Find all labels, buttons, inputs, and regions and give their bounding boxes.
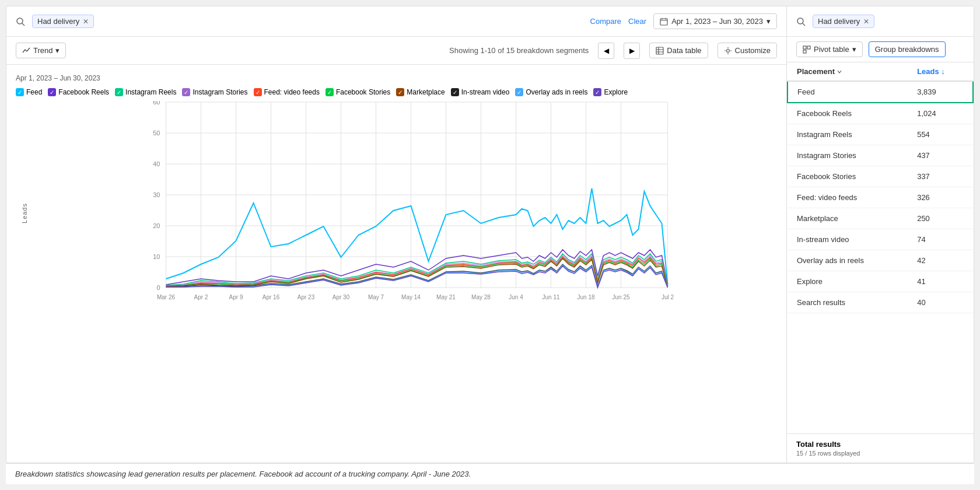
placement-sort-icon [836, 69, 842, 75]
legend-item-fb-reels[interactable]: ✓ Facebook Reels [48, 88, 109, 96]
svg-text:0: 0 [156, 284, 160, 291]
explore-legend-label: Explore [604, 88, 628, 96]
compare-button[interactable]: Compare [590, 17, 621, 26]
pivot-dropdown-icon: ▾ [852, 45, 856, 54]
fb-reels-legend-label: Facebook Reels [58, 88, 109, 96]
search-icon [16, 17, 25, 26]
svg-line-1 [22, 23, 24, 26]
table-row[interactable]: Instagram Stories 437 [788, 145, 973, 166]
svg-text:May 14: May 14 [401, 294, 421, 300]
chart-date-label: Apr 1, 2023 – Jun 30, 2023 [16, 74, 777, 82]
svg-point-59 [797, 18, 803, 24]
chart-toolbar: Trend ▾ Showing 1-10 of 15 breakdown seg… [6, 37, 786, 65]
clear-button[interactable]: Clear [628, 17, 646, 26]
legend-item-ig-reels[interactable]: ✓ Instagram Reels [115, 88, 176, 96]
trend-button[interactable]: Trend ▾ [16, 43, 66, 58]
chart-area: Apr 1, 2023 – Jun 30, 2023 ✓ Feed ✓ Face… [6, 65, 786, 463]
pivot-table-button[interactable]: Pivot table ▾ [796, 41, 863, 57]
ig-reels-legend-check: ✓ [115, 88, 123, 96]
legend-item-instream[interactable]: ✓ In-stream video [451, 88, 510, 96]
legend-item-overlay[interactable]: ✓ Overlay ads in reels [515, 88, 587, 96]
table-row[interactable]: Instagram Reels 554 [788, 124, 973, 145]
svg-rect-61 [803, 46, 806, 49]
leads-cell: 554 [908, 124, 973, 145]
legend-item-feed[interactable]: ✓ Feed [16, 88, 42, 96]
legend-item-marketplace[interactable]: ✓ Marketplace [396, 88, 444, 96]
leads-cell: 42 [908, 250, 973, 271]
table-row[interactable]: Facebook Stories 337 [788, 166, 973, 187]
placement-cell: Feed: video feeds [788, 187, 908, 208]
table-row[interactable]: Marketplace 250 [788, 208, 973, 229]
date-dropdown-icon: ▾ [766, 17, 771, 26]
svg-text:30: 30 [153, 191, 160, 198]
svg-point-10 [726, 49, 729, 52]
top-bar: Had delivery ✕ Compare Clear Apr 1, 2023… [6, 6, 786, 37]
leads-cell: 3,839 [908, 81, 973, 103]
svg-rect-6 [656, 47, 663, 54]
chart-legend: ✓ Feed ✓ Facebook Reels ✓ Instagram Reel… [16, 88, 777, 96]
right-panel: Had delivery ✕ Pivot table ▾ Group break… [787, 6, 974, 463]
prev-arrow-button[interactable]: ◀ [598, 43, 614, 59]
data-table-label: Data table [667, 46, 701, 55]
legend-item-feed-video[interactable]: ✓ Feed: video feeds [254, 88, 320, 96]
leads-column-header[interactable]: Leads ↓ [908, 62, 973, 81]
placement-table: Placement Leads ↓ [787, 62, 974, 313]
fb-reels-legend-check: ✓ [48, 88, 56, 96]
svg-text:Apr 30: Apr 30 [332, 294, 350, 300]
leads-cell: 337 [908, 166, 973, 187]
right-filter-tag-close[interactable]: ✕ [863, 18, 869, 26]
svg-text:40: 40 [153, 160, 160, 167]
legend-item-explore[interactable]: ✓ Explore [593, 88, 628, 96]
svg-text:Jun 4: Jun 4 [509, 294, 523, 300]
date-range-label: Apr 1, 2023 – Jun 30, 2023 [671, 17, 763, 26]
chart-svg: 0 10 20 30 40 50 60 Mar 26 Apr 2 Apr 9 A… [33, 101, 777, 323]
pivot-table-label: Pivot table [814, 45, 849, 54]
date-range-button[interactable]: Apr 1, 2023 – Jun 30, 2023 ▾ [653, 13, 777, 29]
next-arrow-button[interactable]: ▶ [624, 43, 640, 59]
table-row[interactable]: In-stream video 74 [788, 229, 973, 250]
group-breakdowns-button[interactable]: Group breakdowns [869, 41, 946, 57]
legend-item-fb-stories[interactable]: ✓ Facebook Stories [326, 88, 390, 96]
filter-tag-label: Had delivery [37, 17, 79, 26]
trend-dropdown-icon: ▾ [55, 46, 60, 55]
placement-column-header[interactable]: Placement [788, 62, 908, 81]
placement-cell: Instagram Reels [788, 124, 908, 145]
svg-text:60: 60 [153, 101, 160, 106]
y-axis-label: Leads [21, 203, 28, 223]
svg-rect-2 [660, 19, 667, 25]
right-top-bar: Had delivery ✕ [787, 6, 974, 37]
leads-cell: 41 [908, 271, 973, 292]
table-row[interactable]: Facebook Reels 1,024 [788, 103, 973, 124]
right-filter-tag: Had delivery ✕ [813, 15, 874, 28]
fb-stories-legend-check: ✓ [326, 88, 334, 96]
instream-legend-label: In-stream video [461, 88, 510, 96]
filter-tag-close[interactable]: ✕ [83, 18, 89, 26]
placement-cell: In-stream video [788, 229, 908, 250]
table-row[interactable]: Search results 40 [788, 292, 973, 313]
table-row[interactable]: Overlay ads in reels 42 [788, 250, 973, 271]
total-results: Total results 15 / 15 rows displayed [787, 433, 974, 463]
placement-cell: Feed [788, 81, 908, 103]
leads-cell: 40 [908, 292, 973, 313]
svg-text:Jun 18: Jun 18 [577, 294, 594, 300]
table-row[interactable]: Feed 3,839 [788, 81, 973, 103]
placement-cell: Explore [788, 271, 908, 292]
legend-item-ig-stories[interactable]: ✓ Instagram Stories [182, 88, 247, 96]
leads-cell: 326 [908, 187, 973, 208]
table-row[interactable]: Feed: video feeds 326 [788, 187, 973, 208]
leads-cell: 74 [908, 229, 973, 250]
customize-button[interactable]: Customize [718, 43, 777, 58]
explore-legend-check: ✓ [593, 88, 601, 96]
placement-cell: Search results [788, 292, 908, 313]
right-search-icon [796, 17, 806, 26]
svg-text:Apr 9: Apr 9 [229, 294, 243, 300]
trend-label: Trend [33, 46, 52, 55]
placement-cell: Facebook Stories [788, 166, 908, 187]
leads-cell: 437 [908, 145, 973, 166]
svg-line-60 [803, 23, 805, 26]
data-table-button[interactable]: Data table [649, 43, 708, 58]
table-row[interactable]: Explore 41 [788, 271, 973, 292]
ig-reels-legend-label: Instagram Reels [125, 88, 176, 96]
svg-text:Apr 2: Apr 2 [194, 294, 208, 300]
rows-displayed-label: 15 / 15 rows displayed [796, 450, 964, 457]
